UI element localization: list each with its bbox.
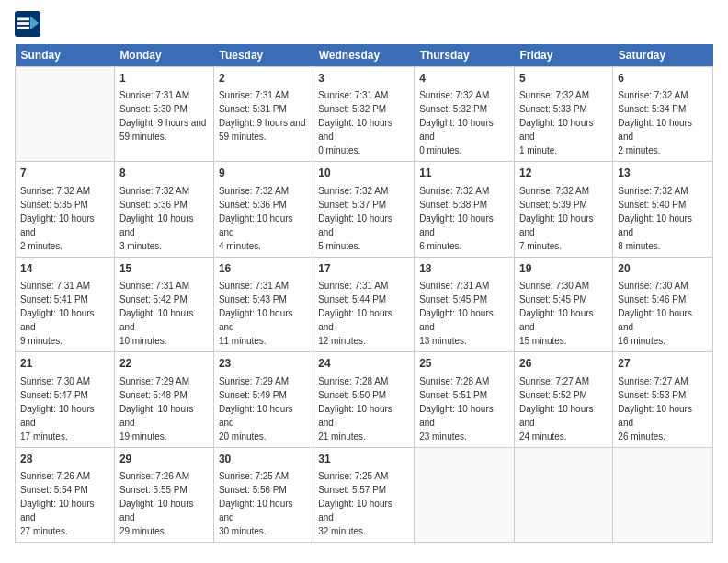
day-info: Sunrise: 7:30 AMSunset: 5:46 PMDaylight:… [618,279,708,348]
day-info: Sunrise: 7:31 AMSunset: 5:42 PMDaylight:… [119,279,209,348]
day-number: 25 [419,356,509,372]
header-cell-wednesday: Wednesday [313,44,415,67]
day-cell: 10Sunrise: 7:32 AMSunset: 5:37 PMDayligh… [313,162,415,257]
day-number: 26 [519,356,608,372]
day-cell: 16Sunrise: 7:31 AMSunset: 5:43 PMDayligh… [213,257,313,351]
day-info: Sunrise: 7:32 AMSunset: 5:34 PMDaylight:… [618,88,708,157]
day-info: Sunrise: 7:26 AMSunset: 5:55 PMDaylight:… [119,469,209,538]
day-cell: 8Sunrise: 7:32 AMSunset: 5:36 PMDaylight… [114,162,213,257]
svg-rect-2 [17,17,29,20]
day-cell: 6Sunrise: 7:32 AMSunset: 5:34 PMDaylight… [613,67,713,162]
day-info: Sunrise: 7:32 AMSunset: 5:33 PMDaylight:… [519,88,608,157]
day-number: 21 [20,356,109,372]
svg-rect-4 [17,27,29,29]
day-cell: 25Sunrise: 7:28 AMSunset: 5:51 PMDayligh… [415,352,515,447]
header-cell-monday: Monday [114,44,213,67]
day-info: Sunrise: 7:32 AMSunset: 5:40 PMDaylight:… [618,184,708,253]
header-row: SundayMondayTuesdayWednesdayThursdayFrid… [16,44,713,67]
day-info: Sunrise: 7:32 AMSunset: 5:32 PMDaylight:… [419,88,509,157]
day-info: Sunrise: 7:25 AMSunset: 5:56 PMDaylight:… [219,469,308,538]
day-info: Sunrise: 7:31 AMSunset: 5:44 PMDaylight:… [318,279,409,348]
day-cell: 23Sunrise: 7:29 AMSunset: 5:49 PMDayligh… [213,352,313,447]
day-cell: 14Sunrise: 7:31 AMSunset: 5:41 PMDayligh… [16,257,115,351]
week-row-3: 21Sunrise: 7:30 AMSunset: 5:47 PMDayligh… [16,352,713,447]
week-row-1: 7Sunrise: 7:32 AMSunset: 5:35 PMDaylight… [16,162,713,257]
day-number: 4 [419,71,509,86]
day-number: 6 [618,71,708,86]
day-info: Sunrise: 7:31 AMSunset: 5:43 PMDaylight:… [219,279,308,348]
day-number: 16 [219,261,308,277]
day-info: Sunrise: 7:28 AMSunset: 5:50 PMDaylight:… [318,374,409,443]
day-cell: 20Sunrise: 7:30 AMSunset: 5:46 PMDayligh… [613,257,713,351]
day-number: 23 [219,356,308,372]
logo [15,11,44,37]
day-info: Sunrise: 7:30 AMSunset: 5:47 PMDaylight:… [20,374,109,443]
week-row-4: 28Sunrise: 7:26 AMSunset: 5:54 PMDayligh… [16,447,713,542]
day-number: 5 [519,71,608,86]
day-info: Sunrise: 7:28 AMSunset: 5:51 PMDaylight:… [419,374,509,443]
week-row-0: 1Sunrise: 7:31 AMSunset: 5:30 PMDaylight… [16,67,713,162]
week-row-2: 14Sunrise: 7:31 AMSunset: 5:41 PMDayligh… [16,257,713,351]
day-cell: 27Sunrise: 7:27 AMSunset: 5:53 PMDayligh… [613,352,713,447]
day-cell: 26Sunrise: 7:27 AMSunset: 5:52 PMDayligh… [514,352,612,447]
day-info: Sunrise: 7:32 AMSunset: 5:36 PMDaylight:… [119,184,209,253]
day-info: Sunrise: 7:32 AMSunset: 5:35 PMDaylight:… [20,184,109,253]
day-info: Sunrise: 7:31 AMSunset: 5:45 PMDaylight:… [419,279,509,348]
day-number: 12 [519,166,608,181]
day-info: Sunrise: 7:32 AMSunset: 5:37 PMDaylight:… [318,184,409,253]
day-info: Sunrise: 7:31 AMSunset: 5:41 PMDaylight:… [20,279,109,348]
day-cell: 9Sunrise: 7:32 AMSunset: 5:36 PMDaylight… [213,162,313,257]
calendar-table: SundayMondayTuesdayWednesdayThursdayFrid… [15,44,713,543]
day-info: Sunrise: 7:29 AMSunset: 5:49 PMDaylight:… [219,374,308,443]
day-number: 27 [618,356,708,372]
day-info: Sunrise: 7:27 AMSunset: 5:53 PMDaylight:… [618,374,708,443]
day-number: 2 [219,71,308,86]
day-cell: 28Sunrise: 7:26 AMSunset: 5:54 PMDayligh… [16,447,115,542]
day-info: Sunrise: 7:31 AMSunset: 5:30 PMDaylight:… [119,88,209,144]
day-cell: 7Sunrise: 7:32 AMSunset: 5:35 PMDaylight… [16,162,115,257]
day-number: 24 [318,356,409,372]
day-info: Sunrise: 7:32 AMSunset: 5:39 PMDaylight:… [519,184,608,253]
day-cell: 13Sunrise: 7:32 AMSunset: 5:40 PMDayligh… [613,162,713,257]
day-cell: 21Sunrise: 7:30 AMSunset: 5:47 PMDayligh… [16,352,115,447]
day-cell: 5Sunrise: 7:32 AMSunset: 5:33 PMDaylight… [514,67,612,162]
day-cell: 3Sunrise: 7:31 AMSunset: 5:32 PMDaylight… [313,67,415,162]
day-cell: 30Sunrise: 7:25 AMSunset: 5:56 PMDayligh… [213,447,313,542]
day-cell: 19Sunrise: 7:30 AMSunset: 5:45 PMDayligh… [514,257,612,351]
day-number: 28 [20,452,109,467]
day-number: 19 [519,261,608,277]
header-cell-sunday: Sunday [16,44,115,67]
day-cell: 4Sunrise: 7:32 AMSunset: 5:32 PMDaylight… [415,67,515,162]
day-number: 31 [318,452,409,467]
header-cell-saturday: Saturday [613,44,713,67]
day-number: 13 [618,166,708,181]
day-number: 15 [119,261,209,277]
day-info: Sunrise: 7:32 AMSunset: 5:38 PMDaylight:… [419,184,509,253]
day-cell: 17Sunrise: 7:31 AMSunset: 5:44 PMDayligh… [313,257,415,351]
svg-rect-3 [17,22,29,25]
logo-icon [15,11,40,37]
day-number: 20 [618,261,708,277]
day-info: Sunrise: 7:27 AMSunset: 5:52 PMDaylight:… [519,374,608,443]
day-info: Sunrise: 7:31 AMSunset: 5:31 PMDaylight:… [219,88,308,144]
day-cell [613,447,713,542]
day-info: Sunrise: 7:32 AMSunset: 5:36 PMDaylight:… [219,184,308,253]
day-cell [514,447,612,542]
day-number: 18 [419,261,509,277]
header [15,11,713,37]
day-number: 9 [219,166,308,181]
day-number: 11 [419,166,509,181]
header-cell-friday: Friday [514,44,612,67]
day-number: 3 [318,71,409,86]
day-number: 10 [318,166,409,181]
page: SundayMondayTuesdayWednesdayThursdayFrid… [0,0,728,554]
day-cell: 15Sunrise: 7:31 AMSunset: 5:42 PMDayligh… [114,257,213,351]
day-info: Sunrise: 7:26 AMSunset: 5:54 PMDaylight:… [20,469,109,538]
day-cell: 24Sunrise: 7:28 AMSunset: 5:50 PMDayligh… [313,352,415,447]
day-info: Sunrise: 7:25 AMSunset: 5:57 PMDaylight:… [318,469,409,538]
day-cell: 31Sunrise: 7:25 AMSunset: 5:57 PMDayligh… [313,447,415,542]
day-info: Sunrise: 7:31 AMSunset: 5:32 PMDaylight:… [318,88,409,157]
day-number: 30 [219,452,308,467]
day-cell: 12Sunrise: 7:32 AMSunset: 5:39 PMDayligh… [514,162,612,257]
day-cell: 11Sunrise: 7:32 AMSunset: 5:38 PMDayligh… [415,162,515,257]
